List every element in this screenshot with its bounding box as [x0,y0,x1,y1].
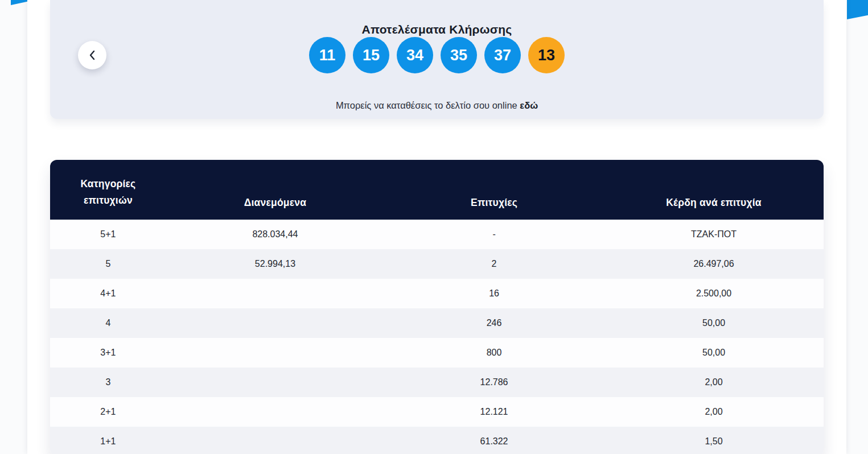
drawn-number-ball: 35 [441,37,477,73]
header-distributed: Διανεμόμενα [166,160,384,220]
table-row: 2+1 12.121 2,00 [50,397,824,427]
blue-ribbon-right [847,0,868,19]
winnings-table: Κατηγορίες επιτυχιών Διανεμόμενα Επιτυχί… [50,160,824,454]
table-row: 5 52.994,13 2 26.497,06 [50,249,824,279]
submit-ticket-label: Μπορείς να καταθέσεις το δελτίο σου onli… [336,100,517,110]
cell-winners: 800 [384,338,604,368]
cell-category: 3 [50,368,166,397]
blue-ribbon-left [11,0,27,5]
cell-prize: 50,00 [604,308,824,338]
cell-distributed [166,338,384,368]
table-row: 5+1 828.034,44 - ΤΖΑΚ-ΠΟΤ [50,220,824,249]
cell-distributed: 52.994,13 [166,249,384,279]
cell-distributed [166,397,384,427]
drawn-number-ball: 11 [309,37,345,73]
header-winners: Επιτυχίες [384,160,604,220]
submit-ticket-text: Μπορείς να καταθέσεις το δελτίο σου onli… [50,100,824,111]
cell-category: 5 [50,249,166,279]
cell-winners: 61.322 [384,427,604,454]
drawn-number-ball: 34 [397,37,433,73]
cell-category: 4+1 [50,279,166,308]
draw-results-title: Αποτελέσματα Κλήρωσης [50,23,824,36]
page-content-column: Αποτελέσματα Κλήρωσης 111534353713 Μπορε… [27,0,846,454]
cell-category: 5+1 [50,220,166,249]
results-table-body: 5+1 828.034,44 - ΤΖΑΚ-ΠΟΤ 5 52.994,13 2 … [50,220,824,454]
cell-category: 4 [50,308,166,338]
table-row: 4+1 16 2.500,00 [50,279,824,308]
cell-category: 1+1 [50,427,166,454]
cell-winners: 16 [384,279,604,308]
cell-prize: 26.497,06 [604,249,824,279]
submit-ticket-link[interactable]: εδώ [520,100,538,110]
cell-distributed: 828.034,44 [166,220,384,249]
cell-winners: 2 [384,249,604,279]
drawn-number-ball: 15 [353,37,389,73]
cell-prize: ΤΖΑΚ-ΠΟΤ [604,220,824,249]
cell-distributed [166,368,384,397]
cell-winners: - [384,220,604,249]
header-prize-per-win: Κέρδη ανά επιτυχία [604,160,824,220]
table-row: 3+1 800 50,00 [50,338,824,368]
cell-category: 2+1 [50,397,166,427]
cell-winners: 12.121 [384,397,604,427]
cell-distributed [166,279,384,308]
drawn-numbers: 111534353713 [50,37,824,73]
cell-winners: 12.786 [384,368,604,397]
cell-prize: 2,00 [604,397,824,427]
cell-prize: 50,00 [604,338,824,368]
cell-prize: 2.500,00 [604,279,824,308]
winnings-table-card: Κατηγορίες επιτυχιών Διανεμόμενα Επιτυχί… [50,160,824,454]
table-row: 4 246 50,00 [50,308,824,338]
header-categories: Κατηγορίες επιτυχιών [50,160,166,220]
drawn-number-ball: 37 [484,37,521,73]
cell-category: 3+1 [50,338,166,368]
joker-number-ball: 13 [528,37,565,73]
table-row: 3 12.786 2,00 [50,368,824,397]
table-header-row: Κατηγορίες επιτυχιών Διανεμόμενα Επιτυχί… [50,160,824,220]
cell-distributed [166,427,384,454]
cell-prize: 2,00 [604,368,824,397]
cell-winners: 246 [384,308,604,338]
cell-prize: 1,50 [604,427,824,454]
draw-results-card: Αποτελέσματα Κλήρωσης 111534353713 Μπορε… [50,0,824,119]
table-row: 1+1 61.322 1,50 [50,427,824,454]
cell-distributed [166,308,384,338]
